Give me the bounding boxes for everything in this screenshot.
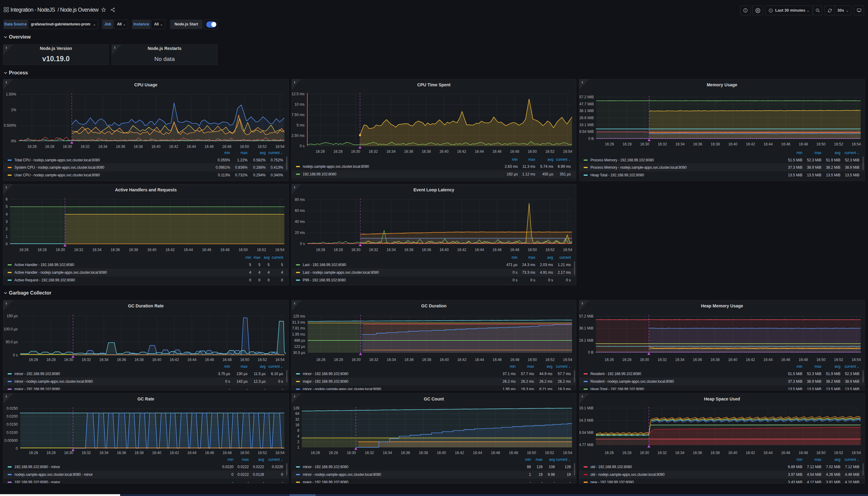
svg-text:16:36: 16:36	[404, 248, 413, 252]
svg-text:16:44: 16:44	[184, 248, 193, 252]
svg-text:16:44: 16:44	[187, 451, 196, 455]
svg-text:16:32: 16:32	[369, 248, 378, 252]
svg-text:16:32: 16:32	[81, 451, 91, 455]
svg-text:128: 128	[293, 406, 299, 410]
svg-text:16:54: 16:54	[563, 451, 572, 455]
svg-text:16:46: 16:46	[492, 248, 502, 252]
svg-text:16:54: 16:54	[563, 150, 572, 154]
svg-text:16:38: 16:38	[135, 451, 144, 455]
svg-text:16:46: 16:46	[204, 144, 214, 149]
svg-text:16:48: 16:48	[799, 142, 808, 146]
svg-text:16:48: 16:48	[510, 150, 519, 154]
svg-text:16:36: 16:36	[401, 451, 410, 455]
svg-text:16:30: 16:30	[640, 142, 649, 146]
svg-text:2: 2	[5, 227, 7, 231]
svg-text:16:32: 16:32	[657, 358, 667, 362]
svg-text:32: 32	[295, 417, 300, 422]
svg-text:57.2 MiB: 57.2 MiB	[579, 95, 594, 99]
svg-text:16:50: 16:50	[240, 144, 249, 149]
svg-text:16:38: 16:38	[134, 144, 143, 149]
svg-text:16:36: 16:36	[116, 144, 125, 149]
svg-text:19.1 MiB: 19.1 MiB	[579, 406, 593, 410]
svg-text:16:32: 16:32	[74, 248, 83, 252]
svg-text:16:52: 16:52	[258, 358, 267, 362]
svg-text:4: 4	[5, 212, 7, 216]
svg-text:16:28: 16:28	[334, 358, 343, 362]
svg-text:0.500%: 0.500%	[4, 123, 16, 128]
svg-text:16:34: 16:34	[675, 142, 684, 146]
svg-text:16:48: 16:48	[509, 451, 518, 455]
svg-text:4.77 MiB: 4.77 MiB	[579, 443, 593, 447]
svg-text:16:46: 16:46	[491, 451, 500, 455]
svg-text:16:34: 16:34	[675, 358, 684, 362]
svg-text:16:46: 16:46	[205, 358, 214, 362]
svg-text:38.1 MiB: 38.1 MiB	[579, 109, 594, 113]
svg-text:40 ms: 40 ms	[295, 219, 305, 224]
svg-text:31.3 ms: 31.3 ms	[292, 320, 305, 325]
svg-text:16:36: 16:36	[404, 150, 413, 154]
svg-text:50.0 µs: 50.0 µs	[5, 340, 18, 344]
svg-text:16:40: 16:40	[728, 451, 737, 455]
svg-text:16:32: 16:32	[657, 451, 667, 455]
svg-text:16:40: 16:40	[440, 358, 449, 362]
svg-text:16:30: 16:30	[640, 358, 649, 362]
svg-text:16:28: 16:28	[623, 142, 632, 146]
svg-text:16:40: 16:40	[151, 144, 161, 149]
svg-text:16:26: 16:26	[27, 144, 36, 149]
svg-text:16:44: 16:44	[475, 248, 484, 252]
svg-text:16:28: 16:28	[47, 451, 56, 455]
svg-text:16:52: 16:52	[545, 150, 554, 154]
svg-text:0.0100: 0.0100	[6, 431, 18, 435]
svg-text:16:42: 16:42	[169, 144, 178, 149]
svg-text:488 µs: 488 µs	[294, 338, 305, 343]
svg-text:6: 6	[5, 197, 7, 201]
svg-text:16:44: 16:44	[763, 142, 773, 146]
svg-text:16:34: 16:34	[386, 150, 396, 154]
svg-text:8: 8	[297, 428, 299, 433]
svg-text:16:52: 16:52	[257, 248, 266, 252]
svg-text:0 B: 0 B	[588, 350, 593, 355]
svg-text:16:30: 16:30	[64, 451, 73, 455]
svg-text:12.5 ms: 12.5 ms	[292, 92, 305, 96]
svg-text:1%: 1%	[11, 108, 17, 112]
svg-text:16:54: 16:54	[852, 451, 861, 455]
svg-text:16:44: 16:44	[473, 451, 482, 455]
svg-text:16:38: 16:38	[422, 358, 431, 362]
svg-text:1.50%: 1.50%	[6, 92, 16, 96]
svg-text:16:30: 16:30	[56, 248, 65, 252]
svg-text:16:32: 16:32	[369, 358, 378, 362]
svg-text:16:50: 16:50	[528, 358, 537, 362]
svg-text:16:26: 16:26	[316, 150, 325, 154]
svg-text:16:46: 16:46	[781, 451, 790, 455]
svg-text:1.95 ms: 1.95 ms	[292, 332, 305, 337]
svg-text:16:26: 16:26	[316, 358, 325, 362]
svg-text:16:28: 16:28	[622, 451, 631, 455]
svg-text:0 s: 0 s	[300, 144, 305, 148]
svg-text:16:26: 16:26	[29, 358, 38, 362]
svg-text:16:46: 16:46	[202, 248, 211, 252]
svg-text:19.1 MiB: 19.1 MiB	[579, 338, 593, 343]
svg-text:7.50 ms: 7.50 ms	[292, 113, 305, 117]
svg-text:0.00500: 0.00500	[4, 438, 18, 443]
svg-text:3: 3	[5, 219, 7, 224]
svg-text:16:40: 16:40	[437, 451, 446, 455]
svg-text:16:34: 16:34	[98, 144, 107, 149]
svg-text:16:42: 16:42	[455, 451, 464, 455]
svg-text:16:52: 16:52	[834, 358, 843, 362]
svg-text:16:38: 16:38	[129, 248, 138, 252]
svg-text:38.1 MiB: 38.1 MiB	[579, 326, 593, 330]
svg-text:16:38: 16:38	[422, 150, 431, 154]
svg-text:16:50: 16:50	[816, 451, 825, 455]
svg-text:16:54: 16:54	[852, 358, 861, 362]
svg-text:16:44: 16:44	[763, 358, 773, 362]
svg-text:16:36: 16:36	[693, 451, 702, 455]
svg-text:16:34: 16:34	[383, 451, 392, 455]
svg-text:0%: 0%	[11, 139, 17, 143]
svg-text:16:52: 16:52	[545, 451, 554, 455]
svg-text:16:48: 16:48	[222, 144, 231, 149]
svg-text:4: 4	[297, 434, 299, 438]
svg-text:16:36: 16:36	[117, 451, 126, 455]
svg-text:16:40: 16:40	[152, 358, 161, 362]
svg-text:16:32: 16:32	[658, 142, 667, 146]
svg-text:16:50: 16:50	[528, 248, 537, 252]
